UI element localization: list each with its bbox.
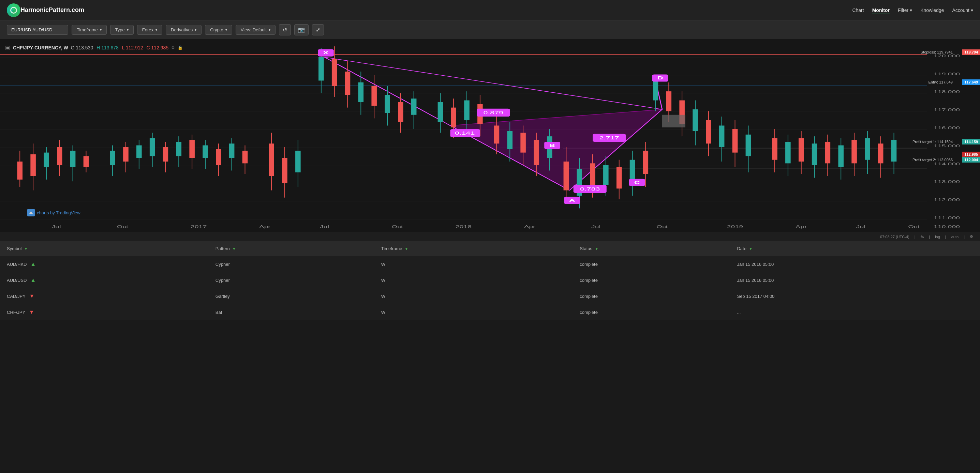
chart-lock-icon[interactable]: 🔒 [178,45,183,50]
svg-rect-118 [706,120,711,144]
percent-toggle[interactable]: % [921,235,924,239]
svg-rect-46 [189,140,195,158]
site-logo [7,3,21,17]
auto-toggle[interactable]: auto [951,235,959,239]
collapse-icon[interactable]: ▣ [5,44,10,51]
svg-text:Oct: Oct [117,225,128,229]
refresh-button[interactable]: ↺ [279,24,291,35]
svg-rect-136 [838,146,843,167]
chart-symbol: CHF/JPY-CURRENCY, W [13,45,68,51]
svg-rect-26 [44,153,49,167]
chart-svg: X D B C A 0.879 0.141 2.717 0.783 [0,39,980,232]
svg-rect-96 [564,162,569,190]
cell-date: ... [730,304,980,320]
direction-down-icon: ▼ [29,293,35,299]
nav-filter[interactable]: Filter ▾ [898,6,912,14]
svg-rect-138 [851,140,857,163]
derivatives-button[interactable]: Derivatives ▾ [166,25,202,35]
col-date[interactable]: Date ▼ [730,241,980,256]
svg-rect-124 [746,135,751,156]
stoploss-badge: 119.794 [962,49,980,55]
table-body: AUD/HKD ▲ Cypher W complete Jan 15 2016 … [0,256,980,320]
symbol-text: AUD/USD [7,278,27,283]
type-button[interactable]: Type ▾ [110,25,134,35]
nav-chart[interactable]: Chart [852,6,864,14]
chart-title: ▣ CHF/JPY-CURRENCY, W O 113.530 H 113.67… [5,44,183,51]
svg-text:111.000: 111.000 [934,215,960,220]
close-price-badge: 112.985 [962,152,980,157]
svg-text:0.879: 0.879 [484,110,503,115]
svg-rect-76 [411,98,417,115]
col-symbol[interactable]: Symbol ▼ [0,241,209,256]
svg-rect-128 [785,142,791,163]
tradingview-watermark: charts by TradingView [27,209,81,216]
table-row[interactable]: CAD/JPY ▼ Gartley W complete Sep 15 2017… [0,288,980,304]
svg-text:Oct: Oct [908,225,919,229]
table-row[interactable]: AUD/HKD ▲ Cypher W complete Jan 15 2016 … [0,256,980,272]
col-status[interactable]: Status ▼ [573,241,730,256]
svg-text:Apr: Apr [524,225,536,229]
symbol-text: CAD/JPY [7,294,25,299]
svg-rect-112 [666,91,672,111]
nav-knowledge[interactable]: Knowledge [920,6,944,14]
fullscreen-button[interactable]: ⤢ [312,24,324,35]
svg-text:Oct: Oct [656,225,668,229]
entry-label: Entry: 117.649 [928,80,953,84]
svg-rect-68 [358,83,364,102]
svg-text:120.000: 120.000 [934,54,960,58]
nav-account[interactable]: Account ▾ [952,6,973,14]
ohlc-l: L 112.912 [122,45,143,51]
view-button[interactable]: View: Default ▾ [235,25,275,35]
svg-rect-64 [332,59,337,86]
profit2-label: Profit target 2: 112.0036 [913,158,953,162]
svg-text:X: X [323,51,329,55]
svg-text:D: D [657,76,663,81]
cell-status: complete [573,304,730,320]
svg-rect-74 [398,102,403,122]
svg-rect-80 [451,108,456,127]
svg-text:2017: 2017 [191,225,207,229]
svg-text:110.000: 110.000 [934,225,960,229]
svg-text:Apr: Apr [795,225,807,229]
forex-button[interactable]: Forex ▾ [137,25,162,35]
cell-pattern: Cypher [209,256,374,272]
col-timeframe[interactable]: Timeframe ▼ [374,241,573,256]
nav-monitor[interactable]: Monitor [872,6,889,14]
data-table: Symbol ▼ Pattern ▼ Timeframe ▼ Status ▼ … [0,241,980,320]
separator1: | [915,235,916,239]
col-pattern[interactable]: Pattern ▼ [209,241,374,256]
cell-symbol: CAD/JPY ▼ [0,288,209,304]
table-row[interactable]: CHF/JPY ▼ Bat W complete ... [0,304,980,320]
stoploss-label: Stoploss: 119.7941 [921,50,953,54]
cell-symbol: CHF/JPY ▼ [0,304,209,320]
crypto-button[interactable]: Crypto ▾ [205,25,232,35]
symbol-text: CHF/JPY [7,310,25,315]
svg-rect-62 [318,57,324,81]
svg-text:2.717: 2.717 [599,135,619,140]
direction-up-icon: ▲ [30,277,36,283]
chart-settings-gear[interactable]: ⚙ [970,235,973,239]
profit1-badge: 114.159 [962,139,980,144]
table-row[interactable]: AUD/USD ▲ Cypher W complete Jan 15 2016 … [0,272,980,288]
log-toggle[interactable]: log [935,235,940,239]
svg-rect-42 [163,147,169,162]
svg-rect-122 [732,129,738,153]
svg-rect-58 [282,158,288,183]
site-title: HarmonicPattern.com [21,6,84,14]
timeframe-button[interactable]: Timeframe ▾ [72,25,107,35]
profit2-badge: 112.004 [962,157,980,163]
chart-settings-icon[interactable]: ⚙ [171,45,175,50]
svg-text:Jul: Jul [856,225,865,229]
chart-bottom-bar: 07:08:27 (UTC-4) | % | log | auto | ⚙ [0,232,980,241]
cell-pattern: Cypher [209,272,374,288]
svg-rect-56 [269,143,274,176]
svg-text:Apr: Apr [259,225,271,229]
screenshot-button[interactable]: 📷 [294,24,309,35]
symbol-sort-icon: ▼ [24,247,28,251]
tradingview-icon [27,209,35,216]
symbols-input[interactable] [7,25,68,35]
table-header: Symbol ▼ Pattern ▼ Timeframe ▼ Status ▼ … [0,241,980,256]
svg-rect-92 [534,140,539,165]
cell-date: Sep 15 2017 04:00 [730,288,980,304]
svg-rect-104 [617,167,622,189]
